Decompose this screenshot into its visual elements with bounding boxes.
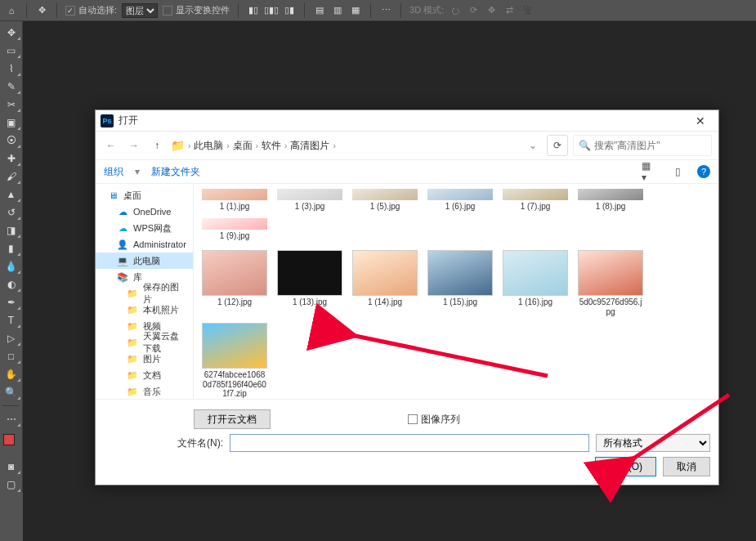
- file-item[interactable]: 5d0c95276d956.jpg: [576, 248, 645, 318]
- file-item[interactable]: 1 (6).jpg: [426, 187, 494, 213]
- align-bottom-icon[interactable]: ▦: [349, 4, 362, 17]
- breadcrumb-seg[interactable]: 此电脑: [194, 139, 223, 153]
- sidebar-item[interactable]: 👤Administrator: [96, 236, 193, 253]
- file-item[interactable]: 1 (12).jpg: [200, 248, 269, 318]
- move-tool-icon[interactable]: ✥: [35, 4, 48, 17]
- history-brush-tool[interactable]: ↺: [2, 204, 21, 221]
- open-button[interactable]: 打开(O): [595, 457, 656, 476]
- gradient-tool[interactable]: ▮: [2, 240, 21, 257]
- eyedropper-tool[interactable]: ⦿: [2, 132, 21, 149]
- crop-tool[interactable]: ✂: [2, 96, 21, 113]
- frame-tool[interactable]: ▣: [2, 114, 21, 131]
- breadcrumb-dropdown-icon[interactable]: ⌄: [524, 136, 542, 154]
- file-item[interactable]: 1 (3).jpg: [275, 187, 344, 213]
- color-swatch[interactable]: [3, 434, 20, 450]
- align-top-icon[interactable]: ▤: [313, 4, 326, 17]
- image-sequence-checkbox[interactable]: 图像序列: [408, 413, 460, 427]
- auto-select-checkbox[interactable]: 自动选择:: [65, 4, 117, 16]
- format-select[interactable]: 所有格式: [596, 434, 710, 452]
- dodge-tool[interactable]: ◐: [2, 276, 21, 293]
- brush-tool[interactable]: 🖌: [2, 168, 21, 185]
- sidebar-item-label: 本机照片: [143, 304, 179, 316]
- file-thumbnail: [202, 323, 267, 369]
- align-middle-icon[interactable]: ▥: [331, 4, 344, 17]
- zoom-tool[interactable]: 🔍: [2, 384, 21, 400]
- layer-target-select[interactable]: 图层: [122, 3, 158, 18]
- sidebar-item[interactable]: 💻此电脑: [96, 253, 193, 269]
- file-name: 1 (15).jpg: [443, 297, 477, 307]
- search-box[interactable]: 🔍: [573, 135, 712, 156]
- file-thumbnail: [578, 189, 643, 200]
- marquee-tool[interactable]: ▭: [2, 42, 21, 59]
- sidebar-item[interactable]: ☁WPS网盘: [96, 220, 193, 236]
- align-center-icon[interactable]: ▯▮▯: [265, 4, 278, 17]
- new-folder-button[interactable]: 新建文件夹: [151, 165, 200, 179]
- search-input[interactable]: [594, 140, 706, 151]
- file-item[interactable]: 1 (14).jpg: [351, 248, 419, 318]
- home-icon[interactable]: ⌂: [5, 4, 18, 17]
- file-thumbnail: [578, 250, 643, 296]
- wps-icon: ☁: [117, 223, 128, 234]
- sidebar-item[interactable]: 📁天翼云盘下载: [96, 334, 193, 351]
- align-left-icon[interactable]: ▮▯: [247, 4, 260, 17]
- nav-up-icon[interactable]: ↑: [148, 136, 166, 154]
- file-item[interactable]: 1 (7).jpg: [501, 187, 570, 213]
- pen-tool[interactable]: ✒: [2, 294, 21, 311]
- refresh-icon[interactable]: ⟳: [547, 135, 568, 156]
- camera-icon: 🎥: [521, 4, 534, 17]
- shape-tool[interactable]: □: [2, 348, 21, 364]
- screen-mode[interactable]: ▢: [2, 476, 21, 493]
- folder-icon: 📁: [127, 387, 138, 397]
- organize-menu[interactable]: 组织: [104, 165, 123, 179]
- type-tool[interactable]: T: [2, 312, 21, 329]
- filename-input[interactable]: [230, 434, 589, 452]
- breadcrumb-seg[interactable]: 软件: [262, 139, 281, 153]
- help-icon[interactable]: ?: [697, 165, 710, 178]
- blur-tool[interactable]: 💧: [2, 258, 21, 275]
- file-item[interactable]: 1 (8).jpg: [576, 187, 645, 213]
- breadcrumb-seg[interactable]: 桌面: [233, 139, 253, 153]
- file-item[interactable]: 1 (15).jpg: [426, 248, 494, 318]
- stamp-tool[interactable]: ▲: [2, 186, 21, 203]
- file-item[interactable]: 1 (16).jpg: [501, 248, 570, 318]
- folder-icon: 📁: [127, 305, 138, 315]
- preview-pane-icon[interactable]: ▯: [669, 163, 686, 180]
- file-item[interactable]: 6274fabcee10680d785f196f40e601f7.zip: [200, 321, 269, 399]
- file-item[interactable]: 1 (5).jpg: [351, 187, 419, 213]
- sidebar-item[interactable]: ☁OneDrive: [96, 203, 193, 220]
- edit-toolbar[interactable]: ⋯: [2, 411, 21, 427]
- quick-select-tool[interactable]: ✎: [2, 78, 21, 95]
- move-tool[interactable]: ✥: [2, 25, 21, 41]
- show-transform-checkbox[interactable]: 显示变换控件: [163, 4, 230, 16]
- path-select-tool[interactable]: ▷: [2, 330, 21, 347]
- breadcrumb-seg[interactable]: 高清图片: [290, 139, 329, 153]
- roll-icon: ⟳: [467, 4, 480, 17]
- sidebar-item[interactable]: 📁文档: [96, 367, 193, 383]
- file-item[interactable]: 1 (9).jpg: [200, 217, 269, 243]
- close-icon[interactable]: ✕: [687, 114, 714, 127]
- sidebar-item-label: Administrator: [133, 239, 186, 249]
- cancel-button[interactable]: 取消: [663, 457, 710, 476]
- sidebar-item-label: 文档: [143, 369, 161, 382]
- sidebar-item[interactable]: 📁音乐: [96, 383, 193, 399]
- nav-back-icon[interactable]: ←: [102, 136, 120, 154]
- file-item[interactable]: 1 (1).jpg: [200, 187, 269, 213]
- hand-tool[interactable]: ✋: [2, 366, 21, 382]
- align-right-icon[interactable]: ▯▮: [283, 4, 296, 17]
- lasso-tool[interactable]: ⌇: [2, 60, 21, 77]
- file-grid[interactable]: 1 (1).jpg1 (3).jpg1 (5).jpg1 (6).jpg1 (7…: [194, 184, 718, 399]
- file-item[interactable]: 1 (13).jpg: [275, 248, 344, 318]
- distribute-icon[interactable]: ⋯: [379, 4, 392, 17]
- dialog-titlebar[interactable]: Ps 打开 ✕: [96, 110, 718, 132]
- breadcrumb[interactable]: 📁 › 此电脑 › 桌面 › 软件 › 高清图片 ›: [171, 139, 519, 153]
- open-cloud-button[interactable]: 打开云文档: [194, 409, 271, 429]
- view-mode-icon[interactable]: ▦ ▾: [642, 163, 658, 180]
- quick-mask[interactable]: ◙: [2, 458, 21, 475]
- healing-tool[interactable]: ✚: [2, 150, 21, 167]
- eraser-tool[interactable]: ◨: [2, 222, 21, 239]
- sidebar-item[interactable]: 📁保存的图片: [96, 285, 193, 302]
- lib-icon: 📚: [117, 272, 128, 283]
- sidebar-item[interactable]: 📁本机照片: [96, 302, 193, 318]
- onedrive-icon: ☁: [117, 207, 128, 217]
- sidebar-item[interactable]: 🖥桌面: [96, 187, 193, 203]
